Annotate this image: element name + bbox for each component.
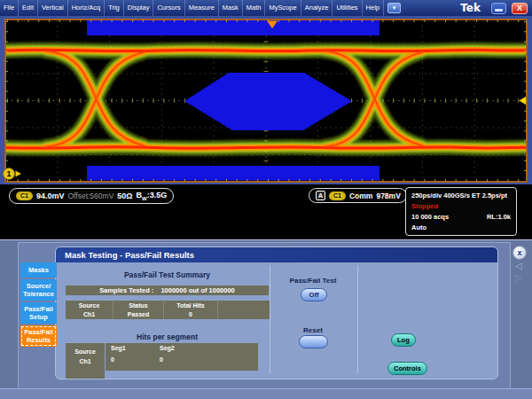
mask-testing-window: Mask Testing - Pass/Fail Results Pass/Fa… <box>0 239 532 399</box>
hits-heading: Hits per segment <box>66 332 269 341</box>
window-bottom-edge <box>0 388 532 399</box>
trigger-a-badge: A <box>316 191 325 200</box>
ch1-bandwidth: BW:3.5G <box>137 191 168 201</box>
waveform-display: 1 <box>0 16 532 184</box>
trigger-level: 978mV <box>376 192 400 200</box>
right-triangle-icon: ▷ <box>515 272 522 282</box>
dialog-tabs: Masks Source/Tolerance Pass/FailSetup Pa… <box>20 262 57 347</box>
chevron-down-icon: ▼ <box>392 5 397 11</box>
results-col-hits: Total Hits <box>164 301 217 309</box>
ch1-offset: Offset:560mV <box>67 192 113 200</box>
summary-heading: Pass/Fail Test Summary <box>66 270 269 279</box>
reset-label: Reset <box>260 326 366 334</box>
seg1-value: 0 <box>111 356 160 368</box>
passfail-test-label: Pass/Fail Test <box>260 277 366 285</box>
trigger-mode: Auto <box>411 223 511 231</box>
close-window-button[interactable]: X <box>512 3 528 14</box>
minimize-button[interactable] <box>491 3 506 14</box>
nav-next-button[interactable]: ▷ <box>515 273 522 282</box>
reset-button[interactable] <box>299 335 328 348</box>
results-col-empty <box>218 301 270 309</box>
eye-diagram-canvas: 1 <box>0 16 532 184</box>
results-status: Passed <box>113 309 163 319</box>
minimize-icon <box>495 9 503 12</box>
menu-file[interactable]: File <box>0 0 19 16</box>
hits-source: Ch1 <box>66 356 105 366</box>
results-col-source: Source <box>66 301 113 309</box>
mask-segment-bottom <box>87 166 379 181</box>
nav-previous-button[interactable]: ◁ <box>515 262 522 270</box>
left-triangle-icon: ◁ <box>515 261 522 270</box>
results-col-status: Status <box>113 301 163 309</box>
hits-source-column: Source Ch1 <box>66 343 105 379</box>
controls-button[interactable]: Controls <box>387 362 427 375</box>
acquisition-status: Stopped <box>411 202 511 210</box>
menu-horiz-acq[interactable]: Horiz/Acq <box>68 0 106 16</box>
menu-trig[interactable]: Trig <box>105 0 124 16</box>
timebase-info: 250ps/div 400GS/s ET 2.5ps/pt <box>411 192 511 200</box>
ch1-termination: 50Ω <box>117 192 132 200</box>
trigger-coupling: Comm <box>349 192 372 200</box>
results-table: Source Status Total Hits Ch1 Passed 0 <box>66 301 269 319</box>
channel1-badge: C1 <box>16 192 33 200</box>
menu-mask[interactable]: Mask <box>219 0 243 16</box>
tab-masks[interactable]: Masks <box>20 262 57 278</box>
tab-source-tolerance[interactable]: Source/Tolerance <box>20 279 57 301</box>
status-bar: C1 94.0mV Offset:560mV 50Ω BW:3.5G A C1 … <box>0 184 532 239</box>
menu-bar: File Edit Vertical Horiz/Acq Trig Displa… <box>0 0 532 16</box>
passfail-test-toggle-button[interactable]: Off <box>301 288 327 301</box>
results-hits: 0 <box>164 309 217 319</box>
menu-overflow-button[interactable]: ▼ <box>387 3 401 13</box>
menu-measure[interactable]: Measure <box>185 0 219 16</box>
acquisition-readout[interactable]: 250ps/div 400GS/s ET 2.5ps/pt Stopped 10… <box>405 187 517 236</box>
close-icon: x <box>517 248 521 257</box>
ch1-scale: 94.0mV <box>36 192 65 200</box>
trigger-source-badge: C1 <box>329 192 346 200</box>
menu-myscope[interactable]: MyScope <box>265 0 301 16</box>
seg2-value: 0 <box>160 356 258 368</box>
close-icon: X <box>517 4 522 12</box>
dialog-close-button[interactable]: x <box>512 246 527 260</box>
log-button[interactable]: Log <box>391 333 416 347</box>
samples-tested-bar: Samples Tested : 1000000 out of 1000000 <box>66 286 269 295</box>
menu-cursors[interactable]: Cursors <box>153 0 184 16</box>
trigger-readout[interactable]: A C1 Comm 978mV <box>309 188 407 203</box>
menu-utilities[interactable]: Utilities <box>332 0 362 16</box>
dialog-title: Mask Testing - Pass/Fail Results <box>56 247 497 262</box>
channel1-readout[interactable]: C1 94.0mV Offset:560mV 50Ω BW:3.5G <box>9 188 174 204</box>
results-source: Ch1 <box>66 309 113 319</box>
svg-text:1: 1 <box>6 169 11 178</box>
menu-display[interactable]: Display <box>124 0 154 16</box>
seg1-label: Seg1 <box>111 345 160 356</box>
record-length: RL:1.0k <box>487 213 511 221</box>
results-empty <box>218 309 270 319</box>
acquisition-count: 10 000 acqs <box>411 213 449 221</box>
menu-math[interactable]: Math <box>243 0 266 16</box>
tab-passfail-results[interactable]: Pass/FailResults <box>20 325 57 347</box>
menu-help[interactable]: Help <box>363 0 384 16</box>
hits-col-source: Source <box>66 347 105 356</box>
hits-segments-table: Seg1 Seg2 0 0 <box>106 343 258 371</box>
mask-segment-top <box>87 20 379 35</box>
oscilloscope-screen: File Edit Vertical Horiz/Acq Trig Displa… <box>0 0 532 399</box>
mask-testing-dialog: Mask Testing - Pass/Fail Results Pass/Fa… <box>55 246 498 379</box>
tek-logo: Tek <box>460 2 481 14</box>
tab-passfail-setup[interactable]: Pass/FailSetup <box>20 302 57 324</box>
menu-analyze[interactable]: Analyze <box>301 0 333 16</box>
seg2-label: Seg2 <box>160 345 258 356</box>
menu-vertical[interactable]: Vertical <box>38 0 68 16</box>
menu-edit[interactable]: Edit <box>19 0 38 16</box>
